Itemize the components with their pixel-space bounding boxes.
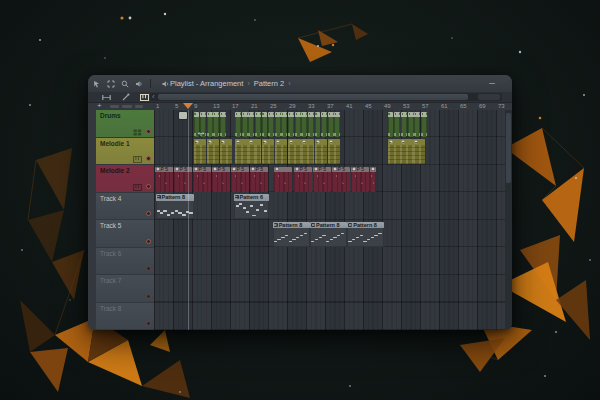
clip-header[interactable]	[268, 112, 274, 117]
clip-header[interactable]	[255, 112, 261, 117]
drum-pattern-clip[interactable]	[421, 112, 427, 137]
clip-menu-icon[interactable]	[401, 140, 405, 144]
melodie2-pattern-clip[interactable]: P 5	[351, 167, 369, 192]
clip-header[interactable]	[207, 112, 213, 117]
clip-header[interactable]: P 5	[155, 167, 173, 173]
drum-pattern-clip[interactable]	[213, 112, 219, 137]
drum-pattern-clip[interactable]	[401, 112, 407, 137]
melodie2-pattern-clip[interactable]: P 5	[231, 167, 249, 192]
melodie1-pattern-clip[interactable]	[388, 139, 400, 164]
clip-menu-icon[interactable]	[175, 167, 179, 171]
record-arm-dot[interactable]	[146, 211, 151, 216]
melodie2-pattern-clip[interactable]: P 5	[174, 167, 192, 192]
clip-header[interactable]	[413, 139, 425, 145]
record-arm-dot[interactable]	[146, 156, 151, 161]
mini-option-label[interactable]	[135, 105, 143, 108]
vertical-scrollbar-thumb[interactable]	[506, 113, 511, 183]
clip-stub[interactable]	[179, 112, 187, 119]
melodie1-pattern-clip[interactable]	[275, 139, 288, 164]
clip-menu-icon[interactable]	[371, 167, 375, 171]
clip-menu-icon[interactable]	[251, 167, 255, 171]
clip-header[interactable]	[274, 167, 292, 173]
track-header-melodie-2[interactable]: Melodie 2	[96, 165, 154, 193]
clip-header[interactable]: Pattern 6	[234, 194, 269, 201]
record-arm-dot[interactable]	[146, 294, 151, 299]
drum-pattern-clip[interactable]	[321, 112, 327, 137]
clip-header[interactable]	[281, 112, 287, 117]
clip-menu-icon[interactable]	[316, 140, 320, 144]
clip-header[interactable]	[248, 112, 254, 117]
drum-pattern-clip[interactable]	[315, 112, 321, 137]
drum-pattern-clip[interactable]	[281, 112, 287, 137]
melodie1-pattern-clip[interactable]	[248, 139, 261, 164]
melodie1-pattern-clip[interactable]	[235, 139, 248, 164]
clip-header[interactable]	[401, 112, 407, 117]
clip-menu-icon[interactable]	[414, 140, 418, 144]
clip-header[interactable]	[220, 112, 226, 117]
melodie1-pattern-clip[interactable]	[400, 139, 412, 164]
clip-header[interactable]	[388, 139, 400, 145]
melodie2-pattern-clip[interactable]	[370, 167, 377, 192]
melodie1-pattern-clip[interactable]	[315, 139, 328, 164]
clip-menu-icon[interactable]	[295, 167, 299, 171]
melodie1-pattern-clip[interactable]	[207, 139, 219, 164]
record-arm-dot[interactable]	[146, 321, 151, 326]
clip-header[interactable]	[213, 112, 219, 117]
clip-header[interactable]	[394, 112, 400, 117]
track-header-track-5[interactable]: Track 5	[96, 220, 154, 248]
clip-header[interactable]: Pattern 8	[310, 222, 347, 229]
melodie1-pattern-clip[interactable]	[194, 139, 206, 164]
clip-menu-icon[interactable]	[333, 167, 337, 171]
clip-menu-icon[interactable]	[389, 140, 393, 144]
clip-menu-icon[interactable]	[263, 140, 267, 144]
clip-header[interactable]	[248, 139, 261, 145]
track-header-track-6[interactable]: Track 6	[96, 248, 154, 276]
clip-header[interactable]	[262, 112, 268, 117]
clip-header[interactable]	[328, 139, 341, 145]
clip-menu-icon[interactable]	[208, 140, 212, 144]
window-titlebar[interactable]: Playlist - Arrangement › Pattern 2 › –	[88, 75, 512, 92]
drum-pattern-clip[interactable]	[288, 112, 294, 137]
clip-header[interactable]	[315, 112, 321, 117]
drum-pattern-clip[interactable]	[262, 112, 268, 137]
fullscreen-icon[interactable]	[105, 78, 116, 89]
drum-pattern-clip[interactable]	[328, 112, 334, 137]
melodie2-pattern-clip[interactable]: P 5	[155, 167, 173, 192]
pattern-clip[interactable]: Pattern 6	[234, 194, 269, 219]
speaker-icon[interactable]	[133, 78, 144, 89]
drum-pattern-clip[interactable]	[408, 112, 414, 137]
melodie2-pattern-clip[interactable]: P 5	[193, 167, 211, 192]
clip-header[interactable]	[328, 112, 334, 117]
pattern-clip[interactable]: Pattern 8	[310, 222, 347, 247]
clip-header[interactable]	[388, 112, 394, 117]
clip-header[interactable]	[275, 139, 288, 145]
melodie2-pattern-clip[interactable]: P 5	[250, 167, 268, 192]
record-arm-dot[interactable]	[146, 266, 151, 271]
scroll-left-arrow[interactable]: ‹	[152, 92, 155, 101]
drum-pattern-clip[interactable]	[295, 112, 301, 137]
melodie2-pattern-clip[interactable]: P 5	[313, 167, 331, 192]
track-header-track-8[interactable]: Track 8	[96, 303, 154, 331]
clip-header[interactable]	[370, 167, 377, 173]
clip-menu-icon[interactable]	[249, 140, 253, 144]
clip-menu-icon[interactable]	[348, 223, 352, 227]
melodie1-pattern-clip[interactable]	[328, 139, 341, 164]
clip-header[interactable]	[308, 112, 314, 117]
clip-menu-icon[interactable]	[236, 140, 240, 144]
clip-header[interactable]: P 5	[174, 167, 192, 173]
clip-menu-icon[interactable]	[157, 195, 161, 199]
add-track-button[interactable]: +	[97, 102, 102, 110]
vertical-scrollbar[interactable]	[505, 110, 512, 330]
clip-header[interactable]	[235, 112, 241, 117]
clip-header[interactable]	[334, 112, 340, 117]
drum-pattern-clip[interactable]	[235, 112, 241, 137]
clip-menu-icon[interactable]	[156, 167, 160, 171]
record-arm-dot[interactable]	[146, 129, 151, 134]
clip-header[interactable]	[235, 139, 248, 145]
clip-header[interactable]: P 5	[294, 167, 312, 173]
timeline-ruler[interactable]: 15913172125293337414549535761656973	[154, 103, 505, 110]
melodie2-pattern-clip[interactable]: P 5	[294, 167, 312, 192]
drum-pattern-clip[interactable]	[334, 112, 340, 137]
clip-menu-icon[interactable]	[194, 167, 198, 171]
clip-header[interactable]: P 5	[231, 167, 249, 173]
